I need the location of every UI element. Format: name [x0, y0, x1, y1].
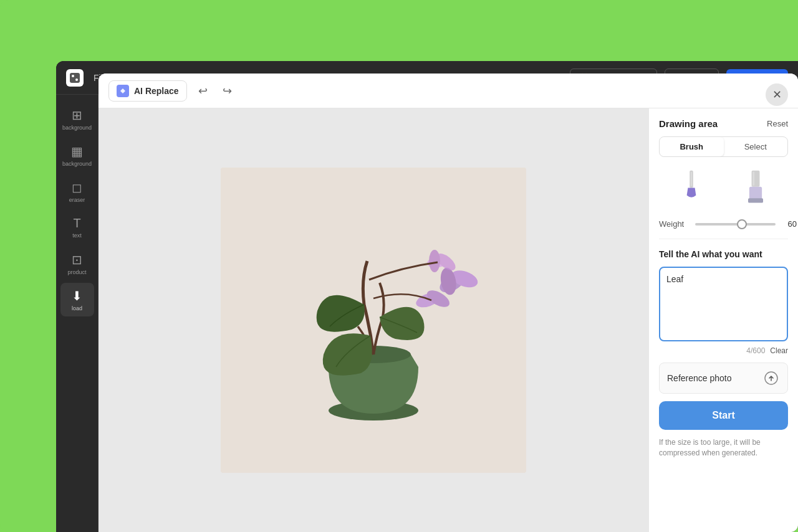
sidebar-item-eraser[interactable]: ◻ eraser	[60, 174, 94, 208]
sidebar-item-text[interactable]: T text	[60, 211, 94, 244]
left-sidebar: ⊞ background ▦ background ◻ eraser T tex…	[56, 95, 99, 532]
app-logo	[66, 69, 84, 87]
plant-image	[221, 168, 526, 473]
weight-value: 60	[782, 219, 797, 229]
sidebar-item-load[interactable]: ⬇ load	[60, 283, 94, 316]
modal-toolbar: AI Replace ↩ ↪	[99, 74, 798, 108]
pattern-icon: ▦	[71, 144, 83, 159]
eraser-icon	[740, 169, 771, 207]
divider-1	[659, 239, 788, 239]
start-button[interactable]: Start	[659, 401, 788, 430]
modal-close-button[interactable]: ✕	[766, 83, 788, 106]
app-window: Files 1713149794875(2) ▾ ↻ ↩ ↪ 👑 Upgrade…	[56, 61, 798, 532]
upload-icon[interactable]	[762, 369, 780, 387]
brush-icon	[676, 169, 707, 207]
modal-canvas[interactable]	[99, 108, 648, 532]
eraser-tool-wrap[interactable]	[740, 169, 771, 207]
sidebar-item-pattern[interactable]: ▦ background	[60, 138, 94, 172]
drawing-area-header: Drawing area Reset	[659, 118, 788, 129]
ai-replace-icon	[117, 85, 129, 97]
reference-photo-row[interactable]: Reference photo	[659, 363, 788, 394]
product-icon: ⊡	[72, 252, 82, 267]
weight-row: Weight 60	[659, 219, 788, 229]
svg-point-1	[72, 75, 74, 77]
reset-button[interactable]: Reset	[767, 119, 788, 128]
prompt-title: Tell the AI what you want	[659, 249, 788, 259]
modal-body: Drawing area Reset Brush Select	[99, 108, 798, 532]
weight-label: Weight	[659, 219, 689, 229]
prompt-footer: 4/600 Clear	[659, 346, 788, 355]
modal-redo-button[interactable]: ↪	[219, 80, 236, 102]
text-icon: T	[73, 216, 80, 230]
tool-icons	[659, 164, 788, 212]
select-button[interactable]: Select	[724, 137, 788, 156]
svg-rect-18	[748, 198, 763, 202]
upload-arrow-icon	[764, 371, 778, 385]
load-icon: ⬇	[72, 288, 82, 303]
svg-rect-19	[753, 172, 755, 186]
plant-svg	[221, 168, 526, 473]
svg-rect-3	[221, 168, 526, 473]
modal-title: AI Replace	[134, 86, 179, 96]
brush-tool-wrap[interactable]	[676, 169, 707, 207]
modal-title-area: AI Replace	[108, 80, 187, 102]
prompt-count: 4/600	[746, 346, 765, 355]
reference-photo-label: Reference photo	[667, 373, 732, 383]
hint-text: If the size is too large, it will be com…	[659, 437, 788, 458]
modal-undo-button[interactable]: ↩	[195, 80, 211, 102]
svg-rect-0	[70, 73, 80, 83]
background-icon: ⊞	[72, 108, 82, 123]
weight-slider[interactable]	[695, 223, 776, 226]
svg-point-13	[429, 250, 440, 272]
svg-point-2	[75, 78, 78, 81]
prompt-clear-button[interactable]: Clear	[770, 346, 788, 355]
modal-right-panel: Drawing area Reset Brush Select	[648, 108, 798, 532]
prompt-textarea[interactable]: Leaf	[659, 267, 788, 341]
modal: ✕ AI Replace ↩ ↪	[99, 74, 798, 532]
brush-button[interactable]: Brush	[660, 137, 724, 156]
svg-rect-17	[749, 187, 762, 199]
brush-select-toggle: Brush Select	[659, 136, 788, 157]
svg-rect-15	[691, 172, 692, 186]
sidebar-item-background[interactable]: ⊞ background	[60, 102, 94, 136]
sidebar-item-product[interactable]: ⊡ product	[60, 247, 94, 280]
eraser-icon: ◻	[72, 180, 82, 195]
drawing-area-title: Drawing area	[659, 118, 718, 129]
